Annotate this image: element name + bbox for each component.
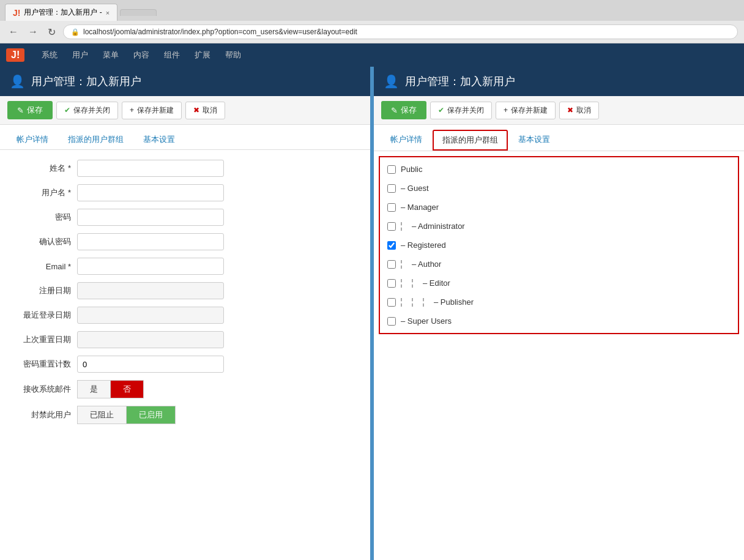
right-tab-account[interactable]: 帐户详情 [381, 130, 431, 151]
nav-system[interactable]: 系统 [34, 43, 65, 67]
cancel-icon: ✖ [193, 106, 199, 114]
group-checkbox-manager[interactable] [387, 203, 396, 212]
group-label-publisher: – Publisher [434, 297, 474, 307]
form-row-email: Email * [10, 258, 360, 275]
top-nav: J! 系统 用户 菜单 内容 组件 扩展 帮助 [0, 43, 744, 67]
right-panel-header: 👤 用户管理：加入新用户 [374, 67, 744, 96]
receive-email-no[interactable]: 否 [110, 380, 144, 398]
username-input[interactable] [77, 184, 224, 201]
joomla-logo: J! [6, 48, 24, 62]
password-input[interactable] [77, 209, 224, 226]
form-row-confirm-password: 确认密码 [10, 233, 360, 250]
left-cancel-button[interactable]: ✖ 取消 [185, 102, 225, 119]
group-checkbox-author[interactable] [387, 260, 396, 269]
left-tab-settings[interactable]: 基本设置 [134, 130, 184, 149]
right-save-close-button[interactable]: ✔ 保存并关闭 [430, 102, 492, 119]
right-tab-groups[interactable]: 指派的用户群组 [433, 130, 508, 151]
last-reset-input[interactable] [77, 331, 224, 348]
reset-count-input[interactable] [77, 356, 224, 373]
right-tab-settings[interactable]: 基本设置 [509, 130, 559, 151]
group-checkbox-registered[interactable] [387, 241, 396, 250]
form-row-register-date: 注册日期 [10, 282, 360, 299]
form-row-password: 密码 [10, 209, 360, 226]
lock-icon: 🔒 [71, 28, 80, 36]
browser-tab[interactable]: J! 用户管理：加入新用户 - × [5, 4, 117, 21]
group-item-editor: – Editor [380, 274, 738, 293]
nav-content[interactable]: 内容 [126, 43, 157, 67]
left-header-title: 用户管理：加入新用户 [31, 74, 141, 89]
right-panel: 👤 用户管理：加入新用户 ✎ 保存 ✔ 保存并关闭 + 保存并新建 ✖ 取消 [374, 67, 744, 560]
right-save-icon: ✎ [391, 106, 398, 115]
group-item-super-users: – Super Users [380, 312, 738, 330]
username-label: 用户名 * [10, 187, 71, 198]
address-text: localhost/joomla/administrator/index.php… [83, 28, 357, 36]
group-checkbox-publisher[interactable] [387, 298, 396, 307]
left-panel-header: 👤 用户管理：加入新用户 [0, 67, 370, 96]
back-button[interactable]: ← [6, 25, 21, 39]
refresh-button[interactable]: ↻ [45, 25, 58, 39]
group-label-registered: – Registered [401, 241, 446, 250]
block-blocked[interactable]: 已阻止 [77, 406, 126, 424]
group-item-administrator: – Administrator [380, 217, 738, 236]
block-label: 封禁此用户 [10, 409, 71, 420]
left-save-new-button[interactable]: + 保存并新建 [122, 102, 182, 119]
group-checkbox-super-users[interactable] [387, 317, 396, 326]
nav-components[interactable]: 组件 [157, 43, 187, 67]
form-row-reset-count: 密码重置计数 [10, 356, 360, 373]
form-row-last-visit: 最近登录日期 [10, 307, 360, 324]
tab-bar: J! 用户管理：加入新用户 - × [0, 0, 744, 21]
plus-icon: + [130, 106, 134, 114]
right-cancel-button[interactable]: ✖ 取消 [559, 102, 599, 119]
group-label-guest: – Guest [401, 184, 429, 193]
right-toolbar: ✎ 保存 ✔ 保存并关闭 + 保存并新建 ✖ 取消 [374, 96, 744, 125]
left-tab-groups[interactable]: 指派的用户群组 [59, 130, 133, 149]
indent-bar-pub-2 [412, 298, 417, 307]
left-tab-account[interactable]: 帐户详情 [7, 130, 58, 149]
left-save-close-button[interactable]: ✔ 保存并关闭 [56, 102, 118, 119]
nav-help[interactable]: 帮助 [218, 43, 248, 67]
indent-bar-editor-1 [401, 279, 406, 288]
nav-menus[interactable]: 菜单 [95, 43, 126, 67]
confirm-password-label: 确认密码 [10, 236, 71, 247]
email-input[interactable] [77, 258, 224, 275]
check-icon: ✔ [64, 106, 70, 114]
right-save-new-button[interactable]: + 保存并新建 [496, 102, 556, 119]
right-check-icon: ✔ [438, 106, 444, 114]
right-plus-icon: + [504, 106, 508, 114]
receive-email-toggle: 是 否 [77, 380, 144, 398]
main-content: 👤 用户管理：加入新用户 ✎ 保存 ✔ 保存并关闭 + 保存并新建 ✖ 取消 [0, 67, 744, 560]
nav-users[interactable]: 用户 [65, 43, 95, 67]
right-save-button[interactable]: ✎ 保存 [381, 101, 426, 119]
browser-chrome: J! 用户管理：加入新用户 - × ← → ↻ 🔒 localhost/joom… [0, 0, 744, 43]
groups-highlight-box: Public – Guest – Manager – Administrator… [379, 156, 739, 334]
left-header-icon: 👤 [10, 74, 25, 89]
group-checkbox-administrator[interactable] [387, 222, 396, 231]
block-toggle: 已阻止 已启用 [77, 406, 176, 424]
group-label-author: – Author [412, 259, 441, 269]
forward-button[interactable]: → [26, 25, 40, 39]
left-save-button[interactable]: ✎ 保存 [7, 101, 53, 119]
group-checkbox-public[interactable] [387, 165, 396, 174]
form-row-block: 封禁此用户 已阻止 已启用 [10, 406, 360, 424]
address-bar: ← → ↻ 🔒 localhost/joomla/administrator/i… [0, 21, 744, 43]
group-item-author: – Author [380, 255, 738, 274]
reset-count-label: 密码重置计数 [10, 359, 71, 370]
form-row-last-reset: 上次重置日期 [10, 331, 360, 348]
group-item-public: Public [380, 160, 738, 179]
receive-email-yes[interactable]: 是 [77, 380, 110, 398]
last-visit-label: 最近登录日期 [10, 310, 71, 321]
right-header-icon: 👤 [384, 74, 399, 89]
block-enabled[interactable]: 已启用 [126, 406, 176, 424]
group-checkbox-editor[interactable] [387, 279, 396, 288]
nav-extensions[interactable]: 扩展 [187, 43, 218, 67]
left-toolbar: ✎ 保存 ✔ 保存并关闭 + 保存并新建 ✖ 取消 [0, 96, 370, 125]
browser-tab-title: 用户管理：加入新用户 - [24, 7, 102, 18]
register-date-input[interactable] [77, 282, 224, 299]
address-field[interactable]: 🔒 localhost/joomla/administrator/index.p… [63, 24, 738, 39]
confirm-password-input[interactable] [77, 233, 224, 250]
browser-tab-close[interactable]: × [106, 9, 110, 17]
group-checkbox-guest[interactable] [387, 184, 396, 193]
name-input[interactable] [77, 160, 224, 177]
last-visit-input[interactable] [77, 307, 224, 324]
browser-tab-new[interactable] [120, 9, 157, 16]
